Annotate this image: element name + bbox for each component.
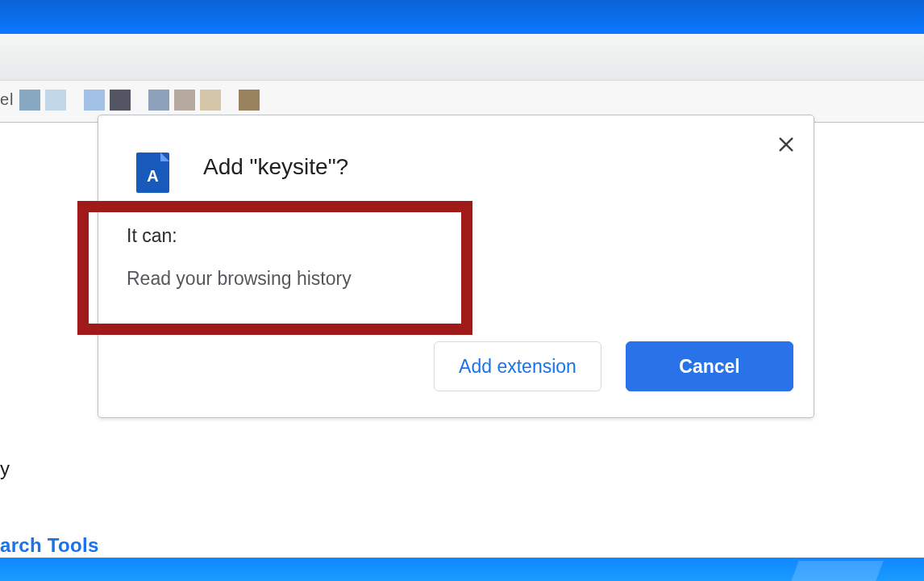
dialog-title: Add "keysite"? — [203, 154, 348, 180]
bookmark-swatch[interactable] — [45, 90, 66, 111]
bookmark-swatch[interactable] — [84, 90, 105, 111]
bookmark-text-fragment: el — [0, 90, 15, 109]
add-extension-dialog: A Add "keysite"? It can: Read your brows… — [98, 115, 814, 418]
bookmark-swatch[interactable] — [239, 90, 260, 111]
bookmark-swatch[interactable] — [19, 90, 40, 111]
dialog-body: It can: Read your browsing history — [127, 225, 797, 290]
bookmark-swatch[interactable] — [110, 90, 131, 111]
bookmark-swatch[interactable] — [200, 90, 221, 111]
bookmark-swatch[interactable] — [148, 90, 169, 111]
bookmark-swatch[interactable] — [174, 90, 195, 111]
cancel-button[interactable]: Cancel — [626, 341, 793, 391]
close-icon — [777, 136, 795, 153]
search-tools-link[interactable]: arch Tools — [0, 534, 99, 557]
extension-icon-letter: A — [136, 167, 169, 186]
permissions-lead: It can: — [127, 225, 797, 247]
extension-icon: A — [136, 153, 169, 193]
close-button[interactable] — [775, 133, 797, 156]
permission-item: Read your browsing history — [127, 268, 797, 290]
dialog-actions: Add extension Cancel — [434, 341, 793, 391]
sidebar-text-fragment: y — [0, 458, 10, 480]
window-title-bar — [0, 0, 924, 34]
browser-toolbar — [0, 34, 924, 81]
os-taskbar — [0, 558, 924, 581]
bookmark-swatches — [19, 90, 260, 111]
taskbar-tile[interactable] — [791, 561, 883, 581]
add-extension-button[interactable]: Add extension — [434, 341, 601, 391]
